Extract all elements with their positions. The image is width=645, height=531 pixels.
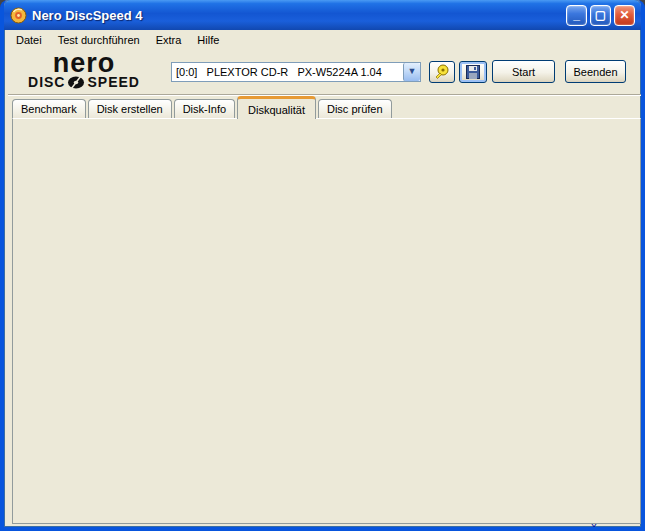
- quit-button[interactable]: Beenden: [565, 60, 626, 83]
- minimize-button[interactable]: _: [566, 5, 587, 26]
- menu-item-extra[interactable]: Extra: [148, 31, 190, 49]
- app-icon: [10, 7, 27, 24]
- tab-disc-prüfen[interactable]: Disc prüfen: [318, 99, 392, 119]
- menu-item-datei[interactable]: Datei: [8, 31, 50, 49]
- save-button[interactable]: [459, 61, 487, 83]
- title-bar: Nero DiscSpeed 4 _ ▢ ✕: [4, 0, 641, 30]
- drive-selector-value: [0:0] PLEXTOR CD-R PX-W5224A 1.04: [172, 66, 403, 78]
- speed-options-icon: [434, 64, 450, 80]
- logo-disc-icon: [67, 76, 85, 89]
- tab-page-diskqualitaet: [12, 118, 641, 524]
- tab-diskqualität[interactable]: Diskqualität: [237, 96, 316, 119]
- start-button-label: Start: [512, 66, 535, 78]
- start-button[interactable]: Start: [492, 60, 555, 83]
- menu-bar: DateiTest durchführenExtraHilfe: [8, 30, 645, 50]
- tab-disk-info[interactable]: Disk-Info: [174, 99, 235, 119]
- logo-speed-text: SPEED: [87, 74, 139, 90]
- maximize-button[interactable]: ▢: [590, 5, 611, 26]
- app-window: Nero DiscSpeed 4 _ ▢ ✕ DateiTest durchfü…: [0, 0, 645, 531]
- chevron-down-icon[interactable]: ▼: [403, 63, 420, 81]
- menu-item-hilfe[interactable]: Hilfe: [189, 31, 227, 49]
- speed-options-button[interactable]: [429, 61, 455, 83]
- drive-selector-combobox[interactable]: [0:0] PLEXTOR CD-R PX-W5224A 1.04 ▼: [171, 62, 421, 82]
- logo-disc-text: DISC: [28, 74, 65, 90]
- close-button[interactable]: ✕: [614, 5, 635, 26]
- window-title: Nero DiscSpeed 4: [32, 8, 563, 23]
- tab-bar: BenchmarkDisk erstellenDisk-InfoDiskqual…: [12, 96, 394, 119]
- quit-button-label: Beenden: [573, 66, 617, 78]
- logo-nero-text: nero: [18, 52, 150, 74]
- menu-item-test-durchführen[interactable]: Test durchführen: [50, 31, 148, 49]
- tab-benchmark[interactable]: Benchmark: [12, 99, 86, 119]
- tab-disk-erstellen[interactable]: Disk erstellen: [88, 99, 172, 119]
- nero-discspeed-logo: nero DISC SPEED: [18, 52, 150, 90]
- save-icon: [466, 65, 480, 79]
